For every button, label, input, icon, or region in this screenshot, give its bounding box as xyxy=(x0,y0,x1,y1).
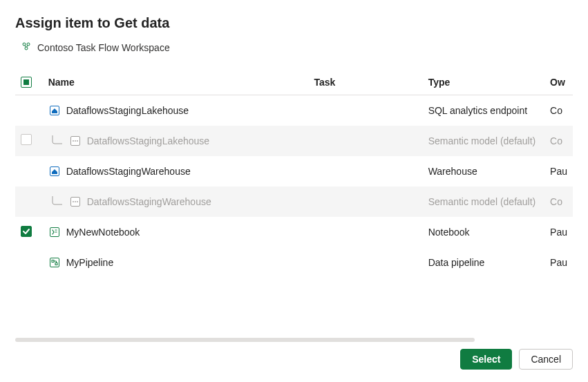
svg-rect-14 xyxy=(50,258,59,267)
table-row[interactable]: MyNewNotebookNotebookPau xyxy=(15,217,573,247)
item-type: Notebook xyxy=(423,217,544,247)
workspace-name: Contoso Task Flow Workspace xyxy=(37,42,170,53)
semantic-icon xyxy=(69,135,82,147)
item-task xyxy=(308,126,422,156)
row-checkbox[interactable] xyxy=(21,226,32,237)
workspace-icon xyxy=(21,41,32,54)
table-row[interactable]: MyPipelineData pipelinePau xyxy=(15,247,573,278)
cancel-button[interactable]: Cancel xyxy=(519,349,573,370)
column-header-owner[interactable]: Ow xyxy=(544,69,573,95)
item-type: SQL analytics endpoint xyxy=(423,95,544,126)
table-row[interactable]: DataflowsStagingLakehouseSemantic model … xyxy=(15,126,573,156)
item-owner: Co xyxy=(544,95,573,126)
svg-point-6 xyxy=(75,140,76,142)
item-name: DataflowsStagingLakehouse xyxy=(66,105,189,116)
tree-elbow-icon xyxy=(50,135,64,146)
lakehouse-icon xyxy=(48,104,61,117)
item-task xyxy=(308,156,422,187)
item-type: Semantic model (default) xyxy=(423,126,544,156)
dialog-footer: Select Cancel xyxy=(460,349,573,370)
column-header-type[interactable]: Type xyxy=(423,69,544,95)
item-name: DataflowsStagingWarehouse xyxy=(66,166,191,177)
svg-point-7 xyxy=(77,140,78,142)
item-name: MyPipeline xyxy=(66,257,113,268)
semantic-icon xyxy=(69,195,82,208)
item-task xyxy=(308,247,422,278)
item-name: DataflowsStagingLakehouse xyxy=(87,135,209,146)
item-type: Warehouse xyxy=(423,156,544,187)
item-name: DataflowsStagingWarehouse xyxy=(87,196,211,207)
table-row[interactable]: DataflowsStagingLakehouseSQL analytics e… xyxy=(15,95,573,126)
svg-point-10 xyxy=(73,201,74,202)
notebook-icon xyxy=(48,226,61,238)
dialog-title: Assign item to Get data xyxy=(15,15,573,31)
svg-point-11 xyxy=(75,201,76,202)
workspace-breadcrumb: Contoso Task Flow Workspace xyxy=(21,41,573,54)
item-name: MyNewNotebook xyxy=(66,227,140,238)
pipeline-icon xyxy=(48,256,61,269)
item-owner: Pau xyxy=(544,217,573,247)
table-row[interactable]: DataflowsStagingWarehouseWarehousePau xyxy=(15,156,573,187)
select-button[interactable]: Select xyxy=(460,349,512,370)
table-row[interactable]: DataflowsStagingWarehouseSemantic model … xyxy=(15,187,573,217)
svg-point-0 xyxy=(23,43,26,46)
item-owner: Pau xyxy=(544,247,573,278)
item-type: Data pipeline xyxy=(423,247,544,278)
header-checkbox-cell xyxy=(15,69,43,95)
select-all-checkbox[interactable] xyxy=(21,77,32,88)
item-task xyxy=(308,217,422,247)
item-owner: Co xyxy=(544,187,573,217)
column-header-task[interactable]: Task xyxy=(308,69,422,95)
svg-point-5 xyxy=(73,140,74,142)
tree-elbow-icon xyxy=(50,196,64,207)
item-task xyxy=(308,95,422,126)
item-type: Semantic model (default) xyxy=(423,187,544,217)
item-task xyxy=(308,187,422,217)
horizontal-scrollbar[interactable] xyxy=(15,338,475,342)
svg-rect-13 xyxy=(50,227,59,236)
row-checkbox[interactable] xyxy=(21,134,32,145)
svg-point-1 xyxy=(27,43,30,46)
lakehouse-icon xyxy=(48,165,61,178)
svg-point-2 xyxy=(25,47,28,50)
column-header-name[interactable]: Name xyxy=(43,69,309,95)
item-owner: Co xyxy=(544,126,573,156)
items-table: Name Task Type Ow DataflowsStagingLakeho… xyxy=(15,69,573,278)
item-owner: Pau xyxy=(544,156,573,187)
svg-point-12 xyxy=(77,201,78,202)
